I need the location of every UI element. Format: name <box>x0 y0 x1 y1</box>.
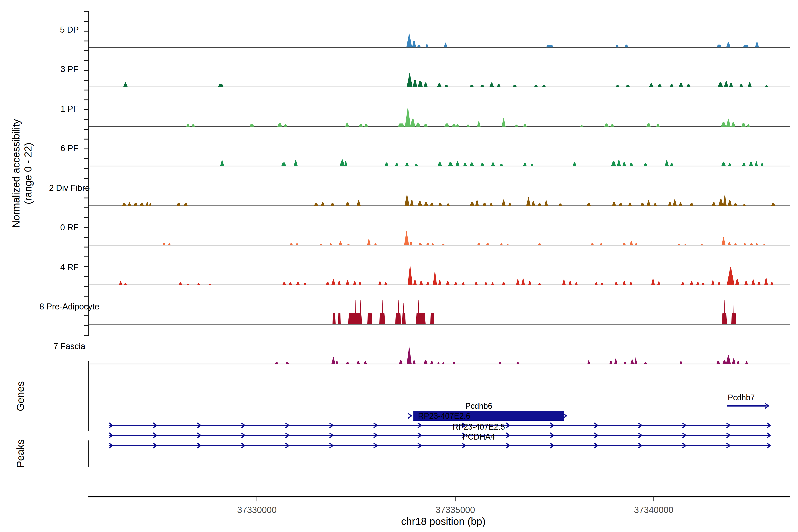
coverage-plot: 5 DP3 PF1 PF6 PF2 Div Fibro0 RF4 RF8 Pre… <box>0 0 798 532</box>
track-label: 6 PF <box>60 144 78 153</box>
gene-row: Pcdhb6RP23-407E2.6 <box>408 401 566 421</box>
track-signal <box>220 159 763 166</box>
coverage-track: 4 RF <box>60 263 790 285</box>
track-label: 8 Pre-Adipocyte <box>39 302 99 311</box>
gene-row: RP23-407E2.5 <box>109 422 770 431</box>
coverage-track: 8 Pre-Adipocyte <box>39 300 790 324</box>
coverage-track: 1 PF <box>60 104 790 127</box>
genes-annotation-group: Pcdhb7Pcdhb6RP23-407E2.6RP23-407E2.5PCDH… <box>109 393 770 448</box>
track-label: 3 PF <box>60 64 78 74</box>
y-axis-title-line1: Normalized accessibility <box>10 119 22 228</box>
section-brackets-group: GenesPeaks <box>15 361 89 468</box>
peaks-section-label: Peaks <box>15 439 26 468</box>
x-axis-tick-label: 37330000 <box>237 505 277 515</box>
strand-arrow-icon <box>408 413 412 418</box>
x-axis-tick-label: 37335000 <box>436 505 475 515</box>
coverage-track: 5 DP <box>60 25 790 48</box>
coverage-track: 7 Fascia <box>53 342 790 364</box>
track-signal <box>275 346 748 364</box>
y-axis-title-line2: (range 0 - 22) <box>22 142 34 204</box>
track-signal <box>163 231 765 245</box>
track-label: 4 RF <box>60 263 78 272</box>
track-signal <box>123 73 768 87</box>
track-label: 5 DP <box>60 25 79 34</box>
transcript-id-label: PCDHA4 <box>463 432 495 441</box>
track-signal <box>332 300 736 324</box>
gene-row: Pcdhb7 <box>727 393 768 408</box>
coverage-track: 3 PF <box>60 64 790 87</box>
track-signal <box>186 107 750 127</box>
coverage-track: 2 Div Fibro <box>49 183 790 206</box>
y-axis-group: Normalized accessibility(range 0 - 22) <box>10 12 89 335</box>
gene-name-label: Pcdhb6 <box>465 401 492 411</box>
x-axis-tick-label: 37340000 <box>634 505 673 515</box>
gene-name-label: Pcdhb7 <box>728 393 755 402</box>
track-label: 7 Fascia <box>53 342 86 351</box>
x-axis-group: 373300003733500037340000chr18 position (… <box>88 496 790 527</box>
track-label: 1 PF <box>60 104 78 114</box>
gene-row <box>109 443 770 448</box>
track-label: 0 RF <box>60 223 78 232</box>
gene-row: PCDHA4 <box>109 432 770 441</box>
track-signal <box>122 194 775 206</box>
x-axis-title: chr18 position (bp) <box>401 516 486 527</box>
track-signal <box>406 33 759 48</box>
track-signal <box>119 265 773 285</box>
transcript-id-label: RP23-407E2.5 <box>453 422 505 431</box>
coverage-plot-page: 5 DP3 PF1 PF6 PF2 Div Fibro0 RF4 RF8 Pre… <box>0 0 798 532</box>
transcript-id-label: RP23-407E2.6 <box>418 412 470 420</box>
genes-section-label: Genes <box>15 381 26 412</box>
accessibility-tracks-group: 5 DP3 PF1 PF6 PF2 Div Fibro0 RF4 RF8 Pre… <box>39 25 790 364</box>
coverage-track: 0 RF <box>60 223 790 245</box>
track-label: 2 Div Fibro <box>49 183 90 193</box>
coverage-track: 6 PF <box>60 144 790 166</box>
